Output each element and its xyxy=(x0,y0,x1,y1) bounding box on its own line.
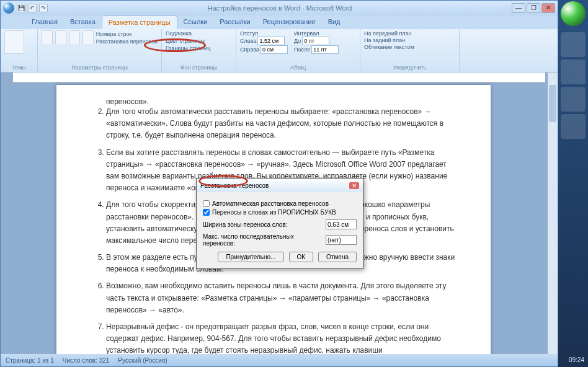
tab-home[interactable]: Главная xyxy=(25,15,64,29)
group-page-bg: Фон страницы xyxy=(166,63,232,71)
tab-page-layout[interactable]: Разметка страницы xyxy=(102,15,177,29)
send-back[interactable]: На задний план xyxy=(364,37,455,43)
clock: 09:24 xyxy=(569,356,584,363)
max-consecutive-input[interactable] xyxy=(326,235,357,245)
caps-hyphen-checkbox[interactable] xyxy=(203,209,210,216)
statusbar: Страница: 1 из 1 Число слов: 321 Русский… xyxy=(1,354,558,366)
columns-button[interactable] xyxy=(82,30,94,45)
indent-right[interactable] xyxy=(261,45,288,54)
orientation-button[interactable] xyxy=(55,30,66,45)
hyphenation-dialog: Расстановка переносов ✕ Автоматическая р… xyxy=(196,178,363,269)
page-color[interactable]: Цвет страницы xyxy=(166,38,205,44)
ok-button[interactable]: ОК xyxy=(289,252,314,262)
tab-insert[interactable]: Вставка xyxy=(64,15,102,29)
themes-button[interactable] xyxy=(4,30,24,54)
ruler[interactable] xyxy=(13,73,545,82)
language[interactable]: Русский (Россия) xyxy=(118,357,167,364)
page-count[interactable]: Страница: 1 из 1 xyxy=(6,357,54,364)
watermark[interactable]: Подложка xyxy=(166,30,192,37)
zone-width-input[interactable] xyxy=(326,219,357,229)
list-item: Возможно, вам необходимо вставить перено… xyxy=(106,280,460,316)
auto-hyphen-checkbox[interactable] xyxy=(203,200,210,207)
start-orb-icon[interactable] xyxy=(561,1,586,26)
line-numbers[interactable]: Номера строк xyxy=(96,31,158,37)
tab-mailings[interactable]: Рассылки xyxy=(213,15,256,29)
text-wrap[interactable]: Обтекание текстом xyxy=(364,44,455,50)
dialog-close-icon[interactable]: ✕ xyxy=(349,182,359,189)
cancel-button[interactable]: Отмена xyxy=(318,252,357,262)
space-after[interactable] xyxy=(311,45,339,54)
office-button[interactable] xyxy=(3,2,14,14)
list-item: Для того чтобы автоматически расставить … xyxy=(106,106,460,142)
document-area: переносов». Для того чтобы автоматически… xyxy=(1,73,558,354)
space-before[interactable] xyxy=(302,37,329,45)
undo-icon[interactable]: ↶ xyxy=(28,4,37,12)
manual-button[interactable]: Принудительно... xyxy=(218,252,283,262)
group-themes: Темы xyxy=(4,63,33,71)
minimize-button[interactable]: — xyxy=(512,3,525,13)
list-item: Неразрывный дефис - он предотвращает раз… xyxy=(106,321,460,354)
indent-left[interactable] xyxy=(257,37,285,45)
margins-button[interactable] xyxy=(42,30,53,45)
group-arrange: Упорядочить xyxy=(364,63,455,71)
hyphenation-dropdown[interactable]: Расстановка переносов xyxy=(96,38,158,45)
ribbon: Темы Номера строк Расстановка переносов … xyxy=(1,29,558,73)
group-page-setup: Параметры страницы xyxy=(42,63,158,71)
page-borders[interactable]: Границы страниц xyxy=(166,45,210,51)
ribbon-tabs: Главная Вставка Разметка страницы Ссылки… xyxy=(1,15,558,29)
save-icon[interactable]: 💾 xyxy=(17,4,25,12)
sidebar-gadget[interactable] xyxy=(561,87,586,112)
size-button[interactable] xyxy=(69,30,80,45)
titlebar: 💾 ↶ ↷ Настройка переносов в Word - Micro… xyxy=(1,1,558,15)
sidebar-gadget[interactable] xyxy=(561,114,586,139)
doc-fragment: переносов». xyxy=(87,97,460,106)
group-paragraph: Абзац xyxy=(240,63,356,71)
sidebar-gadget[interactable] xyxy=(561,60,586,84)
qat: 💾 ↶ ↷ xyxy=(3,2,48,14)
bring-front[interactable]: На передний план xyxy=(364,30,455,37)
tab-view[interactable]: Вид xyxy=(322,15,347,29)
tab-references[interactable]: Ссылки xyxy=(177,15,214,29)
tab-review[interactable]: Рецензирование xyxy=(257,15,322,29)
vertical-scrollbar[interactable] xyxy=(548,73,558,354)
word-window: 💾 ↶ ↷ Настройка переносов в Word - Micro… xyxy=(0,0,558,367)
sidebar-gadget[interactable] xyxy=(561,32,586,57)
window-title: Настройка переносов в Word - Microsoft W… xyxy=(48,4,512,12)
redo-icon[interactable]: ↷ xyxy=(39,4,48,12)
word-count[interactable]: Число слов: 321 xyxy=(63,357,110,364)
dialog-title: Расстановка переносов xyxy=(200,182,269,189)
maximize-button[interactable]: ❐ xyxy=(527,3,540,13)
close-button[interactable]: ✕ xyxy=(541,3,555,13)
windows-sidebar: 09:24 xyxy=(558,0,588,367)
